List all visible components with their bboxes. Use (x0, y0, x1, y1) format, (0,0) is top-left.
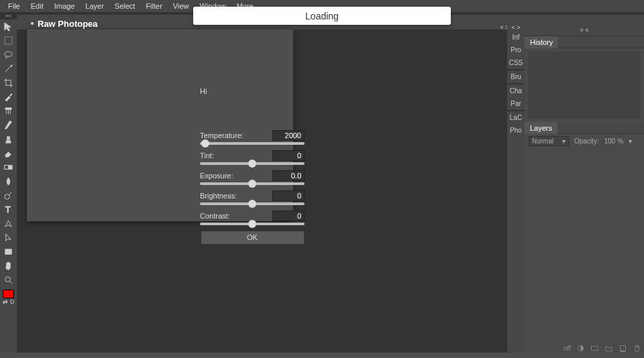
temperature-input[interactable] (272, 130, 305, 141)
dialog-greeting: Hi (200, 87, 207, 95)
temperature-label: Temperature: (200, 131, 272, 139)
menu-edit[interactable]: Edit (25, 1, 49, 11)
mask-icon[interactable] (576, 344, 585, 353)
ok-button[interactable]: OK (201, 231, 305, 245)
panel-tab-photo[interactable]: Pho (507, 124, 525, 137)
menu-select[interactable]: Select (109, 1, 141, 11)
collapsed-panel-tabs: < > Inf Pro CSS Bru Cha Par LaC Pho (507, 24, 525, 353)
tint-label: Tint: (200, 152, 272, 160)
svg-point-9 (5, 277, 11, 282)
tint-slider[interactable] (200, 162, 305, 165)
menu-layer[interactable]: Layer (80, 1, 109, 11)
magic-wand-icon[interactable] (1, 62, 16, 76)
history-panel-header: > < (525, 24, 644, 36)
slider-thumb[interactable] (248, 200, 256, 208)
healing-brush-icon[interactable] (1, 104, 16, 118)
panel-tab-properties[interactable]: Pro (507, 44, 525, 56)
hand-tool-icon[interactable] (1, 259, 16, 273)
path-select-icon[interactable] (1, 231, 16, 245)
brightness-label: Brightness: (200, 192, 272, 200)
blend-mode-select[interactable]: Normal ▾ (529, 136, 569, 146)
default-colors-icon[interactable]: D (10, 298, 15, 305)
menu-view[interactable]: View (168, 1, 195, 11)
svg-text:T: T (5, 204, 11, 215)
chevron-down-icon: ▾ (629, 137, 632, 145)
contrast-label: Contrast: (200, 212, 272, 220)
type-tool-icon[interactable]: T (1, 202, 16, 217)
menu-filter[interactable]: Filter (140, 1, 167, 11)
clone-stamp-icon[interactable] (1, 132, 16, 146)
swap-colors-icon[interactable]: ⇄ (3, 298, 8, 305)
opacity-value[interactable]: 100 % (604, 137, 623, 145)
panel-tab-info[interactable]: Inf (507, 31, 525, 44)
layers-panel-body[interactable] (525, 147, 644, 353)
svg-point-1 (5, 52, 12, 57)
slider-thumb[interactable] (248, 220, 256, 228)
brightness-slider[interactable] (200, 202, 305, 205)
panel-tab-brush[interactable]: Bru (507, 70, 525, 83)
eraser-tool-icon[interactable] (1, 146, 16, 160)
panel-collapse-icon[interactable]: > < (525, 27, 644, 34)
color-swatches[interactable]: ⇄ D (1, 290, 16, 305)
history-panel-tabbar: History (525, 36, 644, 48)
slider-thumb[interactable] (201, 139, 209, 147)
document-changed-indicator (31, 22, 34, 25)
layers-tab[interactable]: Layers (525, 122, 557, 134)
pen-tool-icon[interactable] (1, 217, 16, 231)
panel-tab-character[interactable]: Cha (507, 84, 525, 97)
crop-tool-icon[interactable] (1, 76, 16, 90)
move-tool-icon[interactable] (1, 19, 16, 34)
gradient-tool-icon[interactable] (1, 160, 16, 174)
loading-banner: Loading (193, 7, 451, 25)
layers-options: Normal ▾ Opacity: 100 % ▾ (525, 134, 644, 147)
panel-tab-paragraph[interactable]: Par (507, 97, 525, 110)
loading-text: Loading (305, 11, 339, 21)
svg-rect-8 (5, 249, 11, 255)
panel-tab-layercomps[interactable]: LaC (507, 111, 525, 124)
lasso-tool-icon[interactable] (1, 48, 16, 62)
toolbar-collapse-toggle[interactable]: >< (0, 13, 17, 19)
new-layer-icon[interactable] (619, 344, 627, 353)
slider-thumb[interactable] (248, 180, 256, 188)
history-tab[interactable]: History (525, 36, 558, 48)
collapse-toggle-icon[interactable]: < > (507, 24, 525, 31)
blend-mode-value: Normal (532, 137, 553, 145)
svg-rect-11 (592, 346, 598, 351)
opacity-label: Opacity: (574, 137, 599, 145)
window-title: Raw Photopea (38, 19, 98, 29)
foreground-color[interactable] (3, 290, 14, 298)
tool-bar: T ⇄ D (0, 19, 17, 353)
rect-select-icon[interactable] (1, 34, 16, 48)
raw-dialog: Hi Temperature: Tint: Exposure: Brightne… (27, 29, 293, 221)
exposure-input[interactable] (272, 170, 305, 181)
exposure-label: Exposure: (200, 172, 272, 180)
svg-point-6 (5, 194, 10, 200)
brightness-input[interactable] (272, 190, 305, 201)
svg-rect-0 (5, 37, 12, 44)
rectangle-shape-icon[interactable] (1, 245, 16, 259)
eyedropper-icon[interactable] (1, 90, 16, 104)
off-label: off (564, 345, 571, 352)
panel-tab-css[interactable]: CSS (507, 56, 525, 69)
slider-thumb[interactable] (248, 160, 256, 168)
svg-point-2 (11, 65, 12, 66)
exposure-slider[interactable] (200, 182, 305, 185)
blur-tool-icon[interactable] (1, 174, 16, 188)
chevron-down-icon: ▾ (562, 137, 566, 145)
zoom-tool-icon[interactable] (1, 273, 16, 287)
folder-icon[interactable] (604, 344, 613, 353)
menu-file[interactable]: File (3, 1, 25, 11)
menu-image[interactable]: Image (49, 1, 80, 11)
layers-footer: off (514, 342, 641, 354)
brush-tool-icon[interactable] (1, 118, 16, 132)
tint-input[interactable] (272, 150, 305, 161)
svg-rect-3 (5, 108, 11, 110)
temperature-slider[interactable] (200, 142, 305, 145)
contrast-input[interactable] (272, 211, 305, 221)
history-panel-body[interactable] (528, 52, 641, 119)
dodge-tool-icon[interactable] (1, 188, 16, 202)
fx-icon[interactable] (590, 344, 599, 353)
svg-rect-12 (620, 345, 625, 351)
trash-icon[interactable] (633, 344, 641, 353)
contrast-slider[interactable] (200, 223, 305, 225)
